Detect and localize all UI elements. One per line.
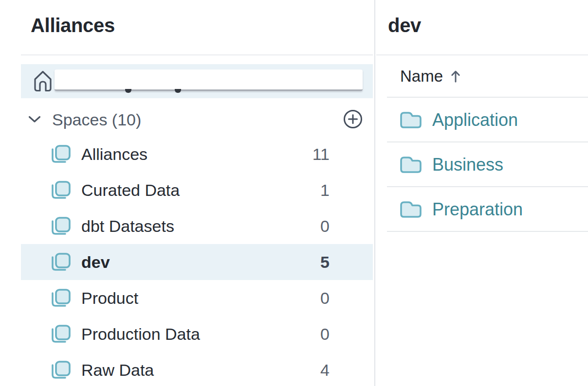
space-label: dbt Datasets <box>81 217 174 236</box>
name-column-header[interactable]: Name <box>400 55 460 97</box>
name-column-label: Name <box>400 67 443 86</box>
folder-row-business[interactable]: Business <box>376 142 588 187</box>
space-count: 0 <box>320 289 330 308</box>
space-icon <box>50 288 71 308</box>
spaces-list: Alliances 11 Curated Data 1 <box>21 136 373 386</box>
main-panel: dev Name Application <box>376 0 588 386</box>
sidebar-title-divider <box>21 54 373 55</box>
folder-link[interactable]: Application <box>432 110 518 130</box>
space-label: Curated Data <box>81 181 180 200</box>
sidebar: Alliances Spaces (10) <box>0 0 375 386</box>
space-icon <box>50 324 71 344</box>
folder-row-preparation[interactable]: Preparation <box>376 187 588 232</box>
space-count: 11 <box>312 145 330 164</box>
space-icon <box>50 360 71 380</box>
space-count: 5 <box>320 253 330 272</box>
space-row-raw-data[interactable]: Raw Data 4 <box>21 352 373 386</box>
arrow-up-icon <box>451 70 460 83</box>
folder-icon <box>399 200 423 219</box>
redacted-text-fragment <box>175 89 181 93</box>
folder-icon <box>399 156 423 174</box>
space-row-curated-data[interactable]: Curated Data 1 <box>21 172 373 208</box>
folder-icon <box>399 111 423 129</box>
home-icon <box>33 70 53 94</box>
folder-link[interactable]: Preparation <box>432 199 523 220</box>
space-label: Raw Data <box>81 361 154 380</box>
space-row-dev[interactable]: dev 5 <box>21 244 373 280</box>
space-count: 1 <box>320 181 330 200</box>
sidebar-title: Alliances <box>31 15 115 36</box>
folder-table: Application Business Preparation <box>376 98 588 232</box>
folder-link[interactable]: Business <box>432 155 503 175</box>
space-count: 4 <box>320 361 330 380</box>
space-icon <box>50 144 71 164</box>
space-row-product[interactable]: Product 0 <box>21 280 373 316</box>
space-row-dbt-datasets[interactable]: dbt Datasets 0 <box>21 208 373 244</box>
page-title: dev <box>388 15 421 36</box>
add-space-button[interactable] <box>342 108 364 130</box>
space-count: 0 <box>320 217 330 236</box>
space-count: 0 <box>320 325 330 344</box>
space-icon <box>50 216 71 236</box>
space-label: Product <box>81 289 138 308</box>
space-label: dev <box>81 253 110 272</box>
redacted-text-overlay <box>55 70 363 91</box>
sidebar-item-home[interactable] <box>21 64 373 98</box>
space-row-alliances[interactable]: Alliances 11 <box>21 136 373 172</box>
space-row-production-data[interactable]: Production Data 0 <box>21 316 373 352</box>
redacted-text-fragment <box>125 89 131 93</box>
space-label: Alliances <box>81 145 147 164</box>
folder-row-application[interactable]: Application <box>376 98 588 142</box>
space-icon <box>50 180 71 200</box>
spaces-section-label[interactable]: Spaces (10) <box>52 110 141 129</box>
spaces-section-header: Spaces (10) <box>21 107 373 131</box>
space-icon <box>50 252 71 272</box>
app-screen: Alliances Spaces (10) <box>0 0 588 386</box>
chevron-down-icon[interactable] <box>28 116 41 125</box>
space-label: Production Data <box>81 325 200 344</box>
